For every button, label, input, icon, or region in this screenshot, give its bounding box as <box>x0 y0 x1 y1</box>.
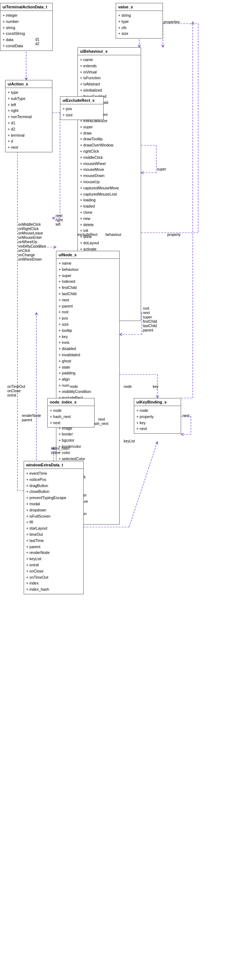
field: + lastChild <box>59 291 117 297</box>
field: + padding <box>59 370 117 376</box>
label-onChange: onChange <box>18 253 35 257</box>
field: + noticePos <box>26 477 81 483</box>
label-node-key: node <box>124 385 132 388</box>
box-uiExcludeRect_s: uiExcludeRect_s + pos + size <box>60 96 104 120</box>
field: + super <box>59 273 117 279</box>
box-body-windowExtraData_t: + eventTime + noticePos + dragButton + c… <box>24 469 83 594</box>
label-onWheelUp: onWheelUp <box>18 240 37 244</box>
field: + timeOut <box>26 531 81 538</box>
field: + onClose <box>26 568 81 574</box>
field: + closeButton <box>26 488 81 495</box>
label-left: left <box>56 223 61 226</box>
box-body-uiExcludeRect_s: + pos + size <box>61 104 103 119</box>
field: + behaviour <box>59 266 117 273</box>
label-property: property <box>167 233 181 237</box>
field: + key <box>136 420 179 426</box>
field: + terminal <box>8 132 50 138</box>
label-super-behaviour: super <box>157 167 166 171</box>
label-index-hash: index_hash <box>51 446 69 450</box>
box-title-windowExtraData_t: windowExtraData_t <box>24 461 83 469</box>
field: + property <box>136 414 179 420</box>
field: + invis <box>59 339 117 346</box>
label-root: root <box>143 306 149 310</box>
label-onMouseEnter: onMouseEnter <box>18 235 42 240</box>
box-body-value_s: + string + type + ofs + size <box>116 11 163 38</box>
label-onWheelDown: onWheelDown <box>18 257 42 261</box>
field: + right <box>8 108 50 114</box>
field: + constString <box>3 30 50 37</box>
field: + root <box>59 309 117 315</box>
field: + capturedMouseLost <box>80 191 139 197</box>
field: + isAbstract <box>80 81 139 87</box>
field: + bgcolor <box>59 437 117 444</box>
field: + doLayout <box>80 240 139 246</box>
field: + num <box>59 382 117 388</box>
box-body-uiAction_s: + type + subType + left + right + nonTer… <box>5 88 52 152</box>
label-d1: d1 <box>35 37 39 41</box>
field: + integer <box>3 12 50 19</box>
field: + color <box>59 450 117 456</box>
field: + pos <box>59 315 117 321</box>
field: + modal <box>26 501 81 507</box>
field: + preventTypingEscape <box>26 495 81 501</box>
label-node-index: node <box>70 385 78 388</box>
field: + string <box>3 25 50 31</box>
label-parent: parent <box>143 328 153 332</box>
field: + hash_next <box>50 414 92 420</box>
label-binding-next: next <box>183 414 190 418</box>
field: + firstChild <box>59 285 117 291</box>
field: + ofs <box>118 25 160 31</box>
field: + type <box>8 89 50 95</box>
field: + capturedMouseMove <box>80 185 139 191</box>
field: + eventTime <box>26 470 81 477</box>
field: + isFunction <box>80 75 139 81</box>
field: + pos <box>62 106 101 112</box>
label-firstChild: firstChild <box>143 320 157 323</box>
field: + type <box>118 19 160 25</box>
field: + ghost <box>59 358 117 364</box>
field: + subType <box>8 95 50 102</box>
box-body-node_index_s: + node + hash_next + next <box>48 406 94 427</box>
field: + tooltip <box>59 328 117 334</box>
label-onInit-win: onInit <box>7 393 16 397</box>
field: + d1 <box>8 120 50 126</box>
field: + next <box>50 420 92 426</box>
label-onRightClick: onRightClick <box>18 227 38 231</box>
field: + index <box>26 580 81 586</box>
field: + mouseDown <box>80 173 139 179</box>
field: + node <box>136 407 179 414</box>
field: + parent <box>59 303 117 309</box>
field: + align <box>59 376 117 382</box>
svg-line-33 <box>129 442 158 527</box>
field: + renderNode <box>26 550 81 556</box>
field: + isInitialized <box>80 87 139 94</box>
field: + isVirtual <box>80 69 139 75</box>
label-index: index <box>51 451 60 455</box>
field: + fill <box>26 519 81 525</box>
label-behaviour: behaviour <box>105 233 121 237</box>
label-excludeRect: excludeRect <box>77 233 97 237</box>
field: + super <box>80 124 139 130</box>
box-title-uiAction_s: uiAction_s <box>5 80 52 88</box>
box-uiTerminalActionData_t: uiTerminalActionData_t + integer + numbe… <box>0 3 53 51</box>
box-node_index_s: node_index_s + node + hash_next + next <box>47 398 94 428</box>
label-properties: properties <box>164 20 180 24</box>
box-title-uiNode_s: uiNode_s <box>56 251 119 259</box>
field: + size <box>62 112 101 118</box>
field: + mouseUp <box>80 179 139 185</box>
label-lastChild: lastChild <box>143 324 157 328</box>
label-onMiddleClick: onMiddleClick <box>18 223 41 226</box>
field: + indexed <box>59 278 117 285</box>
field: + size <box>118 30 160 37</box>
box-title-uiBehaviour_s: uiBehaviour_s <box>78 48 141 55</box>
box-body-uiKeyBinding_s: + node + property + key + next <box>134 406 181 433</box>
label-node-super: super <box>143 315 152 319</box>
field: + data <box>3 37 50 43</box>
field: + name <box>80 57 139 63</box>
field: + border <box>59 431 117 437</box>
field: + clone <box>80 209 139 216</box>
field: + state <box>59 364 117 371</box>
field: + middleClick <box>80 154 139 161</box>
field: + nonTerminal <box>8 114 50 120</box>
field: + new <box>80 216 139 222</box>
